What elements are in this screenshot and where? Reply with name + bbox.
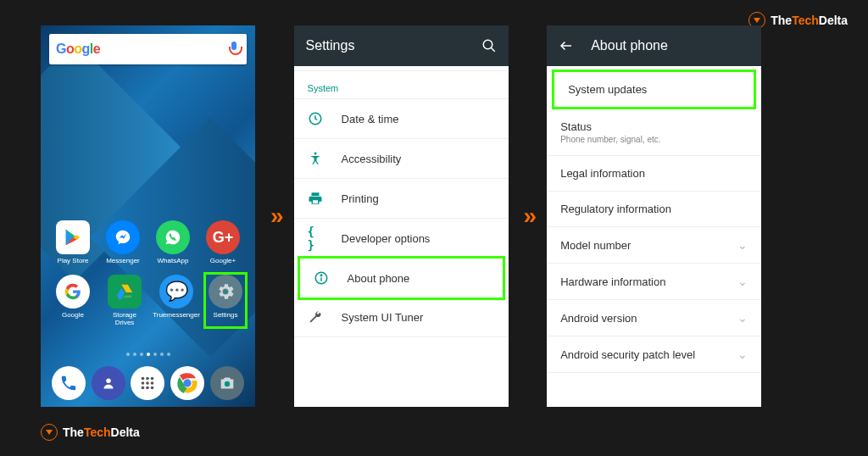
about-row-legal-information[interactable]: Legal information — [547, 156, 761, 192]
app-whatsapp[interactable]: WhatsApp — [151, 220, 195, 264]
drive-icon — [108, 275, 142, 309]
brand-part3: Delta — [111, 425, 140, 439]
svg-point-5 — [142, 381, 145, 385]
settings-gear-icon — [209, 275, 242, 309]
svg-point-18 — [314, 153, 316, 155]
print-icon — [308, 191, 323, 206]
whatsapp-icon — [156, 220, 190, 254]
brand-part1: The — [771, 14, 792, 27]
svg-point-4 — [151, 377, 154, 381]
chrome-icon[interactable] — [170, 366, 204, 400]
arrow-icon: » — [270, 203, 279, 230]
brand-part2: Tech — [792, 14, 819, 27]
svg-point-0 — [224, 290, 227, 293]
settings-row-label: Developer options — [342, 232, 431, 245]
contacts-icon[interactable] — [92, 366, 125, 400]
screen-about-phone: About phone System updatesStatusPhone nu… — [547, 25, 761, 407]
svg-point-14 — [224, 381, 229, 386]
settings-row-label: About phone — [348, 272, 410, 285]
play-store-icon — [56, 220, 90, 254]
settings-row-printing[interactable]: Printing — [294, 179, 509, 219]
about-title: About phone — [591, 38, 668, 53]
svg-rect-19 — [313, 200, 318, 203]
app-google-[interactable]: G+Google+ — [201, 220, 245, 264]
truemessenger-icon: 💬 — [159, 275, 193, 309]
phone-icon[interactable] — [52, 366, 86, 400]
app-play-store[interactable]: Play Store — [51, 220, 95, 264]
app-truemessenger[interactable]: 💬Truemessenger — [154, 275, 198, 326]
about-row-label: System updates — [568, 83, 740, 96]
svg-point-10 — [151, 386, 154, 390]
back-icon[interactable] — [559, 38, 574, 53]
about-row-label: Regulatory information — [560, 203, 748, 215]
settings-row-label: Printing — [342, 192, 379, 205]
chevron-down-icon: ⌄ — [737, 238, 748, 252]
braces-icon: { } — [308, 231, 323, 246]
settings-row-about-phone[interactable]: About phone — [298, 256, 505, 300]
app-messenger[interactable]: Messenger — [101, 220, 145, 264]
about-row-label: Android version — [560, 312, 737, 325]
about-header: About phone — [547, 25, 761, 66]
about-row-android-security-patch-level[interactable]: Android security patch level⌄ — [547, 336, 761, 373]
about-row-sub: Phone number, signal, etc. — [560, 135, 748, 144]
chevron-down-icon: ⌄ — [737, 348, 748, 361]
section-system: System — [294, 71, 509, 99]
svg-point-13 — [185, 381, 191, 386]
settings-row-accessibility[interactable]: Accessibility — [294, 139, 509, 179]
svg-point-1 — [106, 379, 111, 384]
app-label: Messenger — [106, 257, 140, 264]
apps-drawer-icon[interactable] — [131, 366, 164, 400]
brand-bottom: TheTechDelta — [41, 424, 140, 441]
app-label: Truemessenger — [153, 311, 200, 319]
brand-part2: Tech — [84, 425, 111, 439]
svg-line-16 — [491, 47, 495, 52]
arrow-icon: » — [524, 203, 532, 230]
google-search-bar[interactable]: Google — [49, 34, 247, 64]
about-row-label: Legal information — [560, 167, 748, 180]
about-row-regulatory-information[interactable]: Regulatory information — [547, 192, 761, 227]
screens-container: Google Play StoreMessengerWhatsAppG+Goog… — [41, 25, 761, 407]
clock-icon — [308, 111, 323, 126]
wrench-icon — [308, 309, 323, 325]
app-settings[interactable]: Settings — [203, 272, 248, 329]
settings-row-system-ui-tuner[interactable]: System UI Tuner — [294, 298, 509, 337]
about-row-model-number[interactable]: Model number⌄ — [547, 227, 761, 264]
svg-point-6 — [147, 381, 150, 385]
svg-point-8 — [142, 386, 145, 390]
settings-header: Settings — [294, 25, 509, 66]
app-google[interactable]: Google — [51, 275, 95, 326]
svg-point-9 — [147, 386, 150, 390]
app-label: Settings — [214, 311, 238, 319]
about-row-label: Status — [560, 120, 748, 133]
svg-point-22 — [320, 275, 322, 276]
app-label: Google — [62, 311, 84, 319]
about-row-hardware-information[interactable]: Hardware information⌄ — [547, 264, 761, 300]
screen-settings: Settings System Date & timeAccessibility… — [294, 25, 509, 407]
about-row-system-updates[interactable]: System updates — [552, 70, 756, 109]
camera-icon[interactable] — [210, 366, 244, 400]
app-label: Google+ — [210, 257, 236, 264]
page-indicator — [41, 353, 255, 356]
about-row-android-version[interactable]: Android version⌄ — [547, 300, 761, 336]
settings-row-date-time[interactable]: Date & time — [294, 99, 509, 139]
settings-row-developer-options[interactable]: { }Developer options — [294, 219, 509, 259]
chevron-down-icon: ⌄ — [737, 311, 748, 325]
svg-point-15 — [483, 40, 492, 49]
search-icon[interactable] — [481, 38, 497, 53]
chevron-down-icon: ⌄ — [737, 275, 748, 288]
about-row-label: Model number — [560, 239, 737, 252]
app-label: Storage Drives — [103, 311, 147, 326]
google-plus-icon: G+ — [206, 220, 240, 254]
screen-home: Google Play StoreMessengerWhatsAppG+Goog… — [41, 25, 255, 407]
mic-icon[interactable] — [228, 42, 240, 57]
info-icon — [314, 270, 329, 286]
svg-point-2 — [142, 377, 145, 381]
about-row-status[interactable]: StatusPhone number, signal, etc. — [547, 109, 761, 156]
settings-title: Settings — [306, 38, 355, 53]
app-storage-drives[interactable]: Storage Drives — [103, 275, 147, 326]
dock — [41, 366, 255, 400]
about-row-label: Android security patch level — [560, 348, 737, 361]
google-icon — [56, 275, 90, 309]
svg-point-7 — [151, 381, 154, 385]
brand-top: TheTechDelta — [748, 12, 848, 29]
